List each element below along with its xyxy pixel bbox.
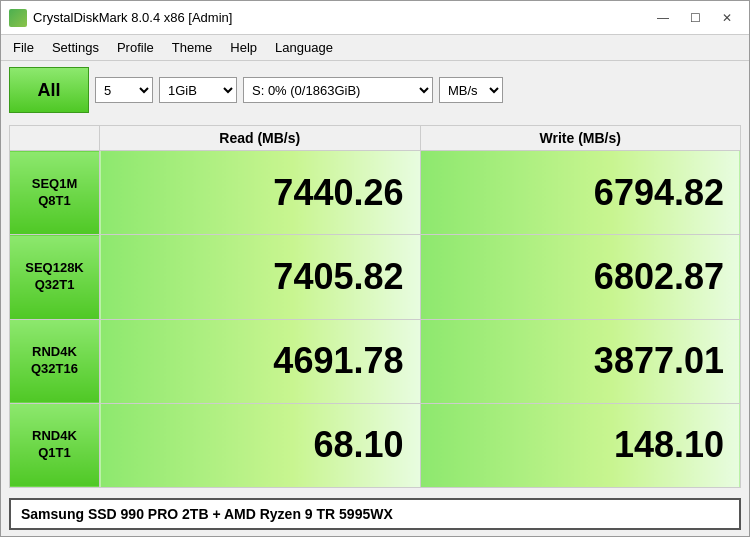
table-row: RND4KQ32T16 4691.78 3877.01 xyxy=(10,319,741,403)
status-bar: Samsung SSD 990 PRO 2TB + AMD Ryzen 9 TR… xyxy=(9,498,741,530)
col-label-header xyxy=(10,126,100,151)
read-value-2: 4691.78 xyxy=(100,319,421,403)
table-row: SEQ1MQ8T1 7440.26 6794.82 xyxy=(10,151,741,235)
all-button[interactable]: All xyxy=(9,67,89,113)
minimize-button[interactable]: — xyxy=(649,8,677,28)
menu-settings[interactable]: Settings xyxy=(44,38,107,57)
write-value-2: 3877.01 xyxy=(420,319,741,403)
menu-file[interactable]: File xyxy=(5,38,42,57)
window-controls: — ☐ ✕ xyxy=(649,8,741,28)
row-label-2: RND4KQ32T16 xyxy=(10,319,100,403)
menu-language[interactable]: Language xyxy=(267,38,341,57)
maximize-button[interactable]: ☐ xyxy=(681,8,709,28)
read-value-3: 68.10 xyxy=(100,403,421,487)
read-value-1: 7405.82 xyxy=(100,235,421,319)
size-select[interactable]: 1GiB xyxy=(159,77,237,103)
title-bar-left: CrystalDiskMark 8.0.4 x86 [Admin] xyxy=(9,9,232,27)
write-value-1: 6802.87 xyxy=(420,235,741,319)
toolbar: All 5 1GiB S: 0% (0/1863GiB) MB/s xyxy=(1,61,749,119)
menu-profile[interactable]: Profile xyxy=(109,38,162,57)
unit-select[interactable]: MB/s xyxy=(439,77,503,103)
col-write-header: Write (MB/s) xyxy=(420,126,741,151)
table-row: RND4KQ1T1 68.10 148.10 xyxy=(10,403,741,487)
row-label-1: SEQ128KQ32T1 xyxy=(10,235,100,319)
row-label-3: RND4KQ1T1 xyxy=(10,403,100,487)
table-row: SEQ128KQ32T1 7405.82 6802.87 xyxy=(10,235,741,319)
read-value-0: 7440.26 xyxy=(100,151,421,235)
window-title: CrystalDiskMark 8.0.4 x86 [Admin] xyxy=(33,10,232,25)
menu-help[interactable]: Help xyxy=(222,38,265,57)
app-window: CrystalDiskMark 8.0.4 x86 [Admin] — ☐ ✕ … xyxy=(0,0,750,537)
title-bar: CrystalDiskMark 8.0.4 x86 [Admin] — ☐ ✕ xyxy=(1,1,749,35)
row-label-0: SEQ1MQ8T1 xyxy=(10,151,100,235)
menu-bar: File Settings Profile Theme Help Languag… xyxy=(1,35,749,61)
write-value-3: 148.10 xyxy=(420,403,741,487)
bench-table: Read (MB/s) Write (MB/s) SEQ1MQ8T1 7440.… xyxy=(9,125,741,488)
menu-theme[interactable]: Theme xyxy=(164,38,220,57)
drive-select[interactable]: S: 0% (0/1863GiB) xyxy=(243,77,433,103)
col-read-header: Read (MB/s) xyxy=(100,126,421,151)
write-value-0: 6794.82 xyxy=(420,151,741,235)
bench-content: Read (MB/s) Write (MB/s) SEQ1MQ8T1 7440.… xyxy=(1,119,749,494)
cdm-icon xyxy=(9,9,27,27)
close-button[interactable]: ✕ xyxy=(713,8,741,28)
runs-select[interactable]: 5 xyxy=(95,77,153,103)
